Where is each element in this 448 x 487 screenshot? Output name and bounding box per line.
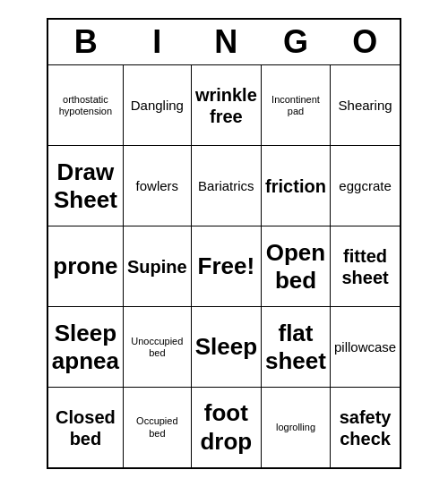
- cell-content: logrolling: [265, 422, 326, 433]
- bingo-cell: orthostatic hypotension: [47, 65, 124, 146]
- table-row: Sleep apneaUnoccupied bedSleepflat sheet…: [47, 307, 401, 388]
- bingo-cell: Sleep apnea: [47, 307, 124, 388]
- bingo-cell: Unoccupied bed: [123, 307, 191, 388]
- cell-content: wrinkle free: [195, 84, 257, 127]
- bingo-cell: foot drop: [191, 388, 261, 468]
- bingo-cell: pillowcase: [330, 307, 401, 388]
- header-letter: G: [262, 19, 331, 65]
- cell-content: fowlers: [127, 178, 187, 194]
- cell-content: Draw Sheet: [52, 158, 119, 214]
- header-letter: O: [330, 19, 401, 65]
- table-row: proneSupineFree!Open bedfitted sheet: [47, 226, 401, 307]
- bingo-cell: Dangling: [123, 65, 191, 146]
- cell-content: Unoccupied bed: [127, 336, 187, 359]
- bingo-cell: Free!: [191, 226, 261, 307]
- bingo-cell: Supine: [123, 226, 191, 307]
- bingo-cell: Open bed: [262, 226, 331, 307]
- cell-content: Shearing: [334, 98, 396, 114]
- bingo-cell: Incontinent pad: [262, 65, 331, 146]
- bingo-cell: fitted sheet: [330, 226, 401, 307]
- cell-content: Occupied bed: [127, 415, 187, 439]
- bingo-cell: Occupied bed: [123, 388, 191, 468]
- bingo-card: BINGO orthostatic hypotensionDanglingwri…: [47, 18, 401, 469]
- bingo-cell: logrolling: [262, 388, 331, 468]
- header-letter: B: [47, 19, 124, 65]
- cell-content: Dangling: [127, 98, 187, 114]
- cell-content: fitted sheet: [334, 245, 396, 288]
- bingo-cell: Sleep: [191, 307, 261, 388]
- cell-content: prone: [52, 252, 119, 280]
- bingo-cell: Shearing: [330, 65, 401, 146]
- bingo-grid: BINGO orthostatic hypotensionDanglingwri…: [47, 18, 401, 469]
- bingo-cell: prone: [47, 226, 124, 307]
- bingo-cell: Draw Sheet: [47, 146, 124, 226]
- bingo-cell: friction: [262, 146, 331, 226]
- cell-content: Bariatrics: [195, 178, 257, 194]
- cell-content: flat sheet: [265, 320, 326, 375]
- header-letter: I: [123, 19, 191, 65]
- cell-content: eggcrate: [334, 178, 396, 194]
- cell-content: orthostatic hypotension: [52, 94, 119, 117]
- cell-content: Incontinent pad: [265, 94, 326, 117]
- table-row: Draw SheetfowlersBariatricsfrictioneggcr…: [47, 146, 401, 226]
- cell-content: Closed bed: [52, 406, 119, 449]
- cell-content: Sleep: [195, 333, 257, 361]
- cell-content: safety check: [334, 406, 396, 449]
- header-letter: N: [191, 19, 261, 65]
- bingo-cell: Closed bed: [47, 388, 124, 468]
- table-row: Closed bedOccupied bedfoot droplogrollin…: [47, 388, 401, 468]
- cell-content: foot drop: [195, 399, 257, 455]
- cell-content: pillowcase: [334, 339, 396, 355]
- bingo-cell: wrinkle free: [191, 65, 261, 146]
- cell-content: Free!: [195, 252, 257, 280]
- bingo-cell: eggcrate: [330, 146, 401, 226]
- bingo-cell: Bariatrics: [191, 146, 261, 226]
- bingo-cell: flat sheet: [262, 307, 331, 388]
- cell-content: Sleep apnea: [52, 320, 119, 375]
- bingo-cell: fowlers: [123, 146, 191, 226]
- header-row: BINGO: [47, 19, 401, 65]
- bingo-cell: safety check: [330, 388, 401, 468]
- table-row: orthostatic hypotensionDanglingwrinkle f…: [47, 65, 401, 146]
- cell-content: friction: [265, 175, 326, 197]
- cell-content: Open bed: [265, 239, 326, 295]
- cell-content: Supine: [127, 256, 187, 278]
